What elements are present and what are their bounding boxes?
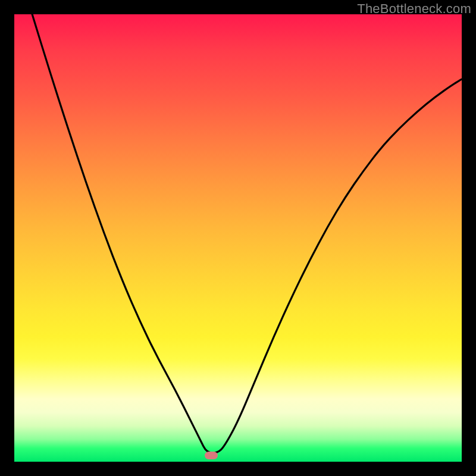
watermark-text: TheBottleneck.com bbox=[357, 1, 471, 17]
bottleneck-curve bbox=[14, 14, 462, 462]
optimum-marker bbox=[205, 452, 218, 459]
plot-area bbox=[14, 14, 462, 462]
chart-frame: TheBottleneck.com bbox=[0, 0, 476, 476]
